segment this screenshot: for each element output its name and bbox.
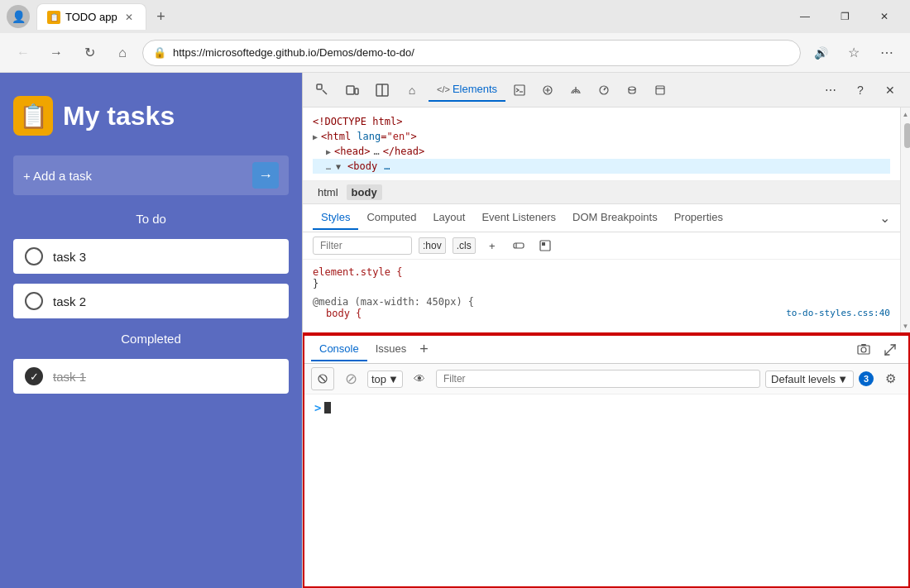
clear-console-button[interactable] — [311, 367, 334, 390]
html-line[interactable]: ▶ <html lang="en"> — [313, 129, 890, 144]
console-screenshot-button[interactable] — [852, 338, 875, 361]
elements-tab[interactable]: </> Elements — [429, 78, 505, 102]
sources-tab[interactable] — [534, 78, 562, 102]
breadcrumb-body[interactable]: body — [347, 184, 382, 200]
color-palette-button[interactable] — [535, 236, 555, 256]
url-bar[interactable]: 🔒 https://microsoftedge.github.io/Demos/… — [142, 40, 801, 66]
address-bar: ← → ↻ ⌂ 🔒 https://microsoftedge.github.i… — [0, 33, 910, 73]
home-devtools-button[interactable]: ⌂ — [399, 77, 425, 103]
home-button[interactable]: ⌂ — [109, 40, 136, 66]
console-tab[interactable]: Console — [311, 337, 367, 361]
close-button[interactable]: ✕ — [865, 3, 903, 30]
maximize-button[interactable]: ❐ — [826, 3, 864, 30]
eye-button[interactable]: 👁 — [408, 367, 431, 390]
add-task-button[interactable]: → — [252, 162, 279, 189]
elements-tab-label: </> Elements — [437, 83, 497, 95]
device-emulation-button[interactable] — [339, 77, 366, 103]
cls-button[interactable]: .cls — [453, 237, 476, 254]
computed-subtab[interactable]: Computed — [358, 206, 424, 230]
console-error-badge: 3 — [859, 371, 874, 386]
window-controls: — ❐ ✕ — [786, 3, 903, 30]
event-listeners-subtab[interactable]: Event Listeners — [473, 206, 564, 230]
help-button[interactable]: ? — [847, 77, 874, 103]
body-line[interactable]: … ▼ <body … — [313, 159, 890, 174]
toggle-panel-button[interactable] — [369, 77, 395, 103]
back-button[interactable]: ← — [10, 40, 36, 66]
issues-tab[interactable]: Issues — [367, 337, 415, 361]
todo-section-label: To do — [13, 208, 289, 229]
css-body-selector: body { — [313, 308, 362, 319]
console-content[interactable]: > — [304, 394, 908, 586]
active-tab[interactable]: 📋 TODO app ✕ — [36, 3, 146, 30]
dom-breakpoints-subtab[interactable]: DOM Breakpoints — [564, 206, 666, 230]
head-ellipsis: … — [373, 146, 379, 157]
svg-rect-1 — [347, 86, 354, 94]
performance-tab[interactable] — [590, 78, 618, 102]
hov-button[interactable]: :hov — [419, 237, 446, 254]
expand-html-icon[interactable]: ▶ — [313, 132, 318, 141]
task-checkbox-2[interactable] — [25, 292, 43, 310]
close-devtools-button[interactable]: ✕ — [877, 77, 903, 103]
memory-tab[interactable] — [618, 78, 646, 102]
log-level-selector[interactable]: Default levels ▼ — [765, 370, 854, 388]
console-expand-button[interactable] — [879, 338, 902, 361]
add-task-row[interactable]: + Add a task → — [13, 155, 289, 195]
forward-button[interactable]: → — [43, 40, 69, 66]
task-item-done[interactable]: ✓ task 1 — [13, 359, 289, 394]
toggle-element-state-button[interactable] — [509, 236, 529, 256]
console-prompt-arrow: > — [314, 401, 321, 414]
scroll-down-arrow[interactable]: ▼ — [903, 321, 908, 331]
css-rule-media: @media (max-width: 450px) { body { to-do… — [313, 296, 890, 319]
task-checkbox-1[interactable]: ✓ — [25, 367, 43, 385]
network-tab[interactable] — [562, 78, 590, 102]
console-tabs-bar: Console Issues + — [304, 334, 908, 364]
svg-rect-11 — [656, 86, 664, 94]
devtools-panel-tabs: </> Elements — [429, 78, 674, 102]
css-selector-line: body { to-do-styles.css:40 — [313, 308, 890, 319]
favorites-button[interactable]: ☆ — [841, 40, 867, 66]
breadcrumb-html[interactable]: html — [313, 184, 343, 200]
head-line[interactable]: ▶ <head> … </head> — [313, 144, 890, 159]
console-cursor — [324, 402, 331, 414]
refresh-button[interactable]: ↻ — [76, 40, 103, 66]
block-icon[interactable]: ⊘ — [339, 367, 362, 390]
svg-rect-13 — [514, 243, 524, 248]
styles-subtab[interactable]: Styles — [313, 206, 358, 230]
minimize-button[interactable]: — — [786, 3, 824, 30]
svg-point-10 — [629, 87, 635, 90]
css-rules: element.style { } @media (max-width: 450… — [303, 260, 900, 332]
console-prompt[interactable]: > — [314, 401, 898, 414]
console-settings-button[interactable]: ⚙ — [879, 367, 902, 390]
console-devtools-tab[interactable] — [505, 78, 534, 102]
layout-subtab[interactable]: Layout — [424, 206, 473, 230]
doctype-text: <!DOCTYPE html> — [313, 116, 402, 127]
styles-filter-bar: :hov .cls + — [303, 232, 900, 260]
task-item[interactable]: task 3 — [13, 239, 289, 274]
new-tab-button[interactable]: + — [150, 5, 173, 28]
upper-scrollbar[interactable]: ▲ ▼ — [900, 108, 910, 332]
inspect-element-button[interactable] — [309, 77, 336, 103]
more-devtools-panels-button[interactable]: ⋯ — [817, 77, 844, 103]
console-filter-input[interactable] — [436, 370, 760, 388]
scroll-up-arrow[interactable]: ▲ — [903, 109, 908, 119]
task-item[interactable]: task 2 — [13, 284, 289, 318]
subtabs-more-button[interactable]: ⌄ — [879, 210, 890, 226]
profile-icon[interactable]: 👤 — [7, 5, 30, 28]
context-selector[interactable]: top ▼ — [367, 370, 403, 388]
svg-point-18 — [861, 347, 866, 352]
scroll-thumb[interactable] — [904, 123, 910, 148]
tab-bar: 📋 TODO app ✕ + — [36, 3, 779, 30]
css-source-link[interactable]: to-do-styles.css:40 — [786, 308, 890, 319]
add-console-panel-button[interactable]: + — [414, 341, 433, 358]
styles-filter-input[interactable] — [313, 237, 412, 255]
tab-close-button[interactable]: ✕ — [122, 11, 136, 24]
application-tab[interactable] — [646, 78, 674, 102]
console-panel: Console Issues + — [303, 332, 910, 588]
read-aloud-button[interactable]: 🔊 — [807, 40, 834, 66]
task-checkbox-3[interactable] — [25, 247, 43, 265]
expand-head-icon[interactable]: ▶ — [326, 147, 331, 156]
more-button[interactable]: ⋯ — [874, 40, 900, 66]
body-tag: <body — [347, 160, 377, 172]
properties-subtab[interactable]: Properties — [666, 206, 731, 230]
add-style-rule-button[interactable]: + — [482, 236, 502, 256]
